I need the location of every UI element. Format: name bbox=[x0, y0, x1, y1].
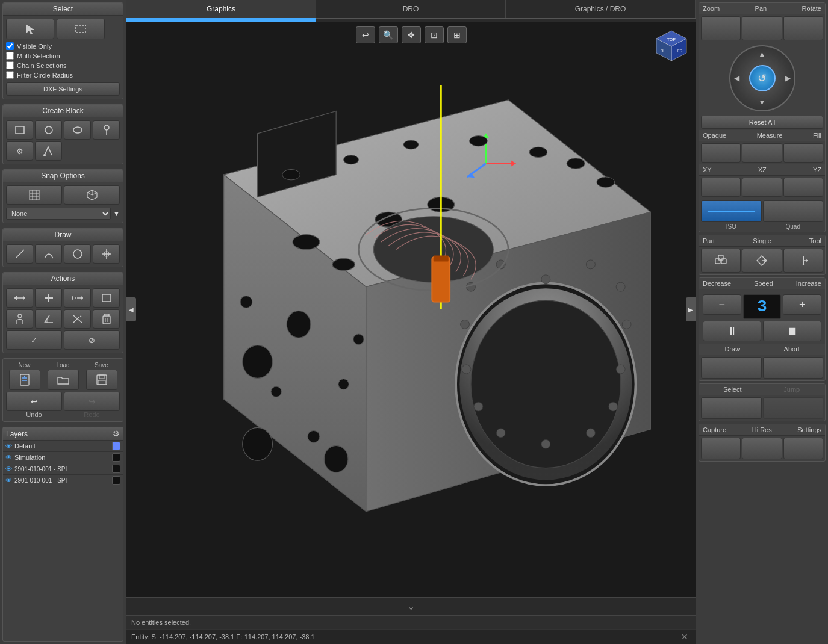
action-angle-btn[interactable] bbox=[35, 309, 62, 329]
iso-btn[interactable] bbox=[701, 200, 762, 222]
zoom-fit-vp-btn[interactable]: ⊞ bbox=[447, 26, 467, 43]
snap-dropdown[interactable]: None Grid Points bbox=[6, 208, 111, 220]
multi-selection-checkbox[interactable] bbox=[6, 52, 14, 60]
draw-crosshair-btn[interactable] bbox=[93, 244, 120, 264]
measure-btn[interactable] bbox=[742, 143, 782, 163]
action-rect-btn[interactable] bbox=[93, 288, 120, 308]
filter-circle-checkbox[interactable] bbox=[6, 71, 14, 79]
pan-btn[interactable] bbox=[742, 16, 782, 40]
svg-point-95 bbox=[243, 427, 273, 460]
opaque-btn[interactable] bbox=[701, 143, 741, 163]
action-move-btn[interactable] bbox=[6, 288, 33, 308]
block-circle-btn[interactable] bbox=[35, 120, 62, 140]
part-btn[interactable] bbox=[701, 249, 741, 273]
layer-color-swatch[interactable] bbox=[112, 465, 120, 473]
undo-vp-btn[interactable]: ↩ bbox=[356, 26, 375, 43]
capture-btn[interactable] bbox=[701, 438, 741, 459]
entity-close-btn[interactable]: ✕ bbox=[679, 632, 691, 642]
tool-btn-right[interactable] bbox=[783, 249, 823, 273]
select-vp-btn[interactable]: ⊡ bbox=[425, 26, 444, 43]
layer-eye-icon[interactable]: 👁 bbox=[5, 454, 12, 461]
action-trim-btn[interactable] bbox=[64, 309, 91, 329]
xz-btn[interactable] bbox=[742, 178, 782, 197]
yz-btn[interactable] bbox=[783, 178, 823, 197]
layer-color-swatch[interactable] bbox=[112, 453, 120, 462]
layer-item[interactable]: 👁 Simulation bbox=[3, 452, 123, 463]
settings-btn[interactable] bbox=[783, 438, 823, 459]
increase-label: Increase bbox=[796, 280, 821, 287]
create-block-section: Create Block ⚙ bbox=[2, 104, 123, 164]
layers-section: Layers ⚙ 👁 Default 👁 Simulation 👁 2901-0… bbox=[2, 427, 123, 642]
select-rect-btn[interactable] bbox=[57, 19, 105, 39]
stop-btn[interactable]: ⏹ bbox=[763, 321, 821, 341]
draw-circle-btn[interactable] bbox=[64, 244, 91, 264]
save-btn[interactable] bbox=[86, 370, 117, 390]
svg-point-102 bbox=[353, 334, 364, 344]
block-rect-btn[interactable] bbox=[6, 120, 33, 140]
layers-gear-icon[interactable]: ⚙ bbox=[113, 429, 120, 438]
draw-btn[interactable] bbox=[701, 357, 762, 379]
undo-btn[interactable]: ↩ bbox=[6, 392, 62, 411]
svg-point-70 bbox=[622, 320, 631, 329]
capture-buttons bbox=[699, 436, 825, 461]
layer-eye-icon[interactable]: 👁 bbox=[5, 442, 12, 450]
reset-all-btn[interactable]: Reset All bbox=[701, 116, 823, 129]
tab-graphics[interactable]: Graphics bbox=[126, 0, 316, 19]
layer-eye-icon[interactable]: 👁 bbox=[5, 465, 12, 472]
action-extend-btn[interactable] bbox=[64, 288, 91, 308]
svg-point-99 bbox=[308, 430, 320, 442]
hires-btn[interactable] bbox=[742, 438, 782, 459]
action-plus-btn[interactable] bbox=[35, 288, 62, 308]
visible-only-checkbox[interactable] bbox=[6, 42, 14, 50]
collapse-right-btn[interactable]: ▶ bbox=[686, 297, 696, 321]
block-ellipse-btn[interactable] bbox=[64, 120, 91, 140]
zoom-btn[interactable] bbox=[701, 16, 741, 40]
block-gear-btn[interactable]: ⚙ bbox=[6, 141, 33, 161]
load-btn[interactable] bbox=[48, 370, 79, 390]
action-cancel-btn[interactable]: ⊘ bbox=[64, 330, 120, 350]
jump-label: Jump bbox=[762, 386, 822, 393]
search-vp-btn[interactable]: 🔍 bbox=[379, 26, 398, 43]
speed-decrease-btn[interactable]: − bbox=[703, 294, 741, 315]
layer-item[interactable]: 👁 Default bbox=[3, 441, 123, 452]
redo-btn[interactable]: ↪ bbox=[64, 392, 120, 411]
layer-color-swatch[interactable] bbox=[112, 442, 120, 450]
snap-grid-btn[interactable] bbox=[6, 185, 62, 205]
jump-btn[interactable] bbox=[763, 397, 824, 419]
abort-btn[interactable] bbox=[763, 357, 824, 379]
action-person-btn[interactable] bbox=[6, 309, 33, 329]
tab-graphics-dro[interactable]: Graphics / DRO bbox=[506, 0, 696, 18]
new-btn[interactable] bbox=[9, 370, 40, 390]
joystick-center-btn[interactable]: ↺ bbox=[749, 65, 776, 91]
action-delete-btn[interactable] bbox=[93, 309, 120, 329]
dxf-settings-btn[interactable]: DXF Settings bbox=[6, 82, 120, 96]
speed-increase-btn[interactable]: + bbox=[783, 294, 821, 315]
single-btn[interactable] bbox=[742, 249, 782, 273]
joystick[interactable]: ▲ ▼ ◀ ▶ ↺ bbox=[729, 45, 795, 111]
move-vp-btn[interactable]: ✥ bbox=[402, 26, 421, 43]
viewport[interactable]: ↩ 🔍 ✥ ⊡ ⊞ TOP FR RI ◀ ▶ bbox=[126, 22, 696, 597]
tab-dro[interactable]: DRO bbox=[316, 0, 506, 18]
select-btn[interactable] bbox=[701, 397, 762, 419]
pause-btn[interactable]: ⏸ bbox=[703, 321, 761, 341]
quad-btn[interactable] bbox=[763, 200, 824, 222]
draw-arc-btn[interactable] bbox=[35, 244, 62, 264]
layer-eye-icon[interactable]: 👁 bbox=[5, 477, 12, 484]
joy-up-icon: ▲ bbox=[759, 50, 766, 58]
draw-line-btn[interactable] bbox=[6, 244, 33, 264]
snap-cube-btn[interactable] bbox=[64, 185, 120, 205]
chain-selections-checkbox[interactable] bbox=[6, 61, 14, 69]
layer-item[interactable]: 👁 2901-010-001 - SPI bbox=[3, 475, 123, 486]
layer-color-swatch[interactable] bbox=[112, 476, 120, 485]
select-arrow-btn[interactable] bbox=[6, 19, 54, 39]
action-check-btn[interactable]: ✓ bbox=[6, 330, 62, 350]
rotate-btn[interactable] bbox=[783, 16, 823, 40]
collapse-left-btn[interactable]: ◀ bbox=[126, 297, 136, 321]
xy-btn[interactable] bbox=[701, 178, 741, 197]
layer-item[interactable]: 👁 2901-010-001 - SPI bbox=[3, 463, 123, 475]
block-path-btn[interactable] bbox=[35, 141, 62, 161]
viewport-scroll-indicator[interactable]: ⌄ bbox=[126, 597, 696, 615]
fill-btn[interactable] bbox=[783, 143, 823, 163]
omf-header: Opaque Measure Fill bbox=[699, 130, 825, 141]
block-pin-btn[interactable] bbox=[93, 120, 120, 140]
